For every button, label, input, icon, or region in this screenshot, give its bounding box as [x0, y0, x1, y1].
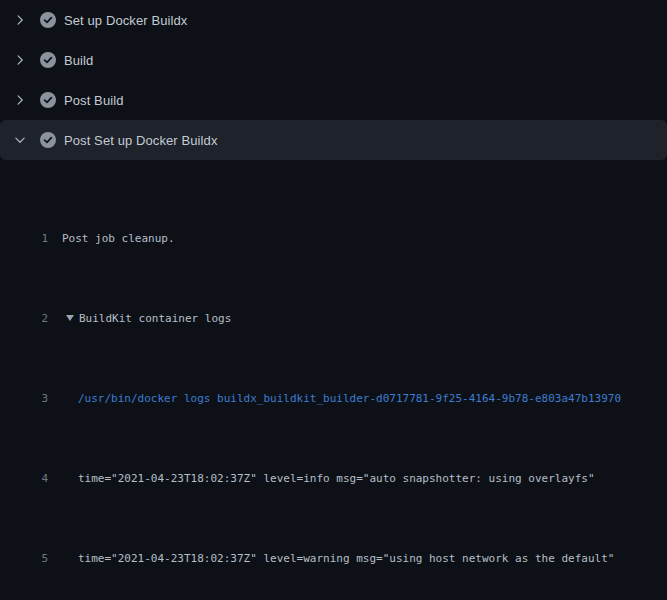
- log-line-text: time="2021-04-23T18:02:37Z" level=warnin…: [78, 549, 614, 569]
- step-row-setup-docker-buildx[interactable]: Set up Docker Buildx: [0, 0, 667, 40]
- log-group-line: BuildKit container logs: [66, 309, 231, 329]
- step-row-build[interactable]: Build: [0, 40, 667, 80]
- log-group-header[interactable]: 2 BuildKit container logs: [0, 309, 667, 329]
- chevron-right-icon: [12, 52, 28, 68]
- step-label: Post Set up Docker Buildx: [64, 133, 218, 148]
- log-command-text: /usr/bin/docker logs buildx_buildkit_bui…: [78, 389, 621, 409]
- step-label: Post Build: [64, 93, 124, 108]
- log-line-number[interactable]: 2: [0, 309, 48, 329]
- log-line-number[interactable]: 1: [0, 229, 48, 249]
- log-line-text: Post job cleanup.: [62, 229, 175, 249]
- check-circle-icon: [40, 12, 56, 28]
- step-label: Build: [64, 53, 93, 68]
- log-line: 4 time="2021-04-23T18:02:37Z" level=info…: [0, 469, 667, 489]
- log-line-number[interactable]: 4: [0, 469, 48, 489]
- step-list: Set up Docker Buildx Build Post Build Po…: [0, 0, 667, 160]
- check-circle-icon: [40, 52, 56, 68]
- log-line: 5 time="2021-04-23T18:02:37Z" level=warn…: [0, 549, 667, 569]
- log-group-collapse-icon[interactable]: [66, 315, 74, 321]
- step-label: Set up Docker Buildx: [64, 13, 187, 28]
- check-circle-icon: [40, 92, 56, 108]
- log-line: 1 Post job cleanup.: [0, 229, 667, 249]
- check-circle-icon: [40, 132, 56, 148]
- chevron-right-icon: [12, 92, 28, 108]
- chevron-right-icon: [12, 12, 28, 28]
- step-row-post-build[interactable]: Post Build: [0, 80, 667, 120]
- log-viewer: 1 Post job cleanup. 2 BuildKit container…: [0, 160, 667, 600]
- log-line: 3 /usr/bin/docker logs buildx_buildkit_b…: [0, 389, 667, 409]
- log-line-text: time="2021-04-23T18:02:37Z" level=info m…: [78, 469, 595, 489]
- chevron-down-icon: [12, 132, 28, 148]
- step-row-post-setup-docker-buildx[interactable]: Post Set up Docker Buildx: [0, 120, 667, 160]
- log-line-number[interactable]: 3: [0, 389, 48, 409]
- log-group-label: BuildKit container logs: [79, 312, 231, 325]
- log-line-number[interactable]: 5: [0, 549, 48, 569]
